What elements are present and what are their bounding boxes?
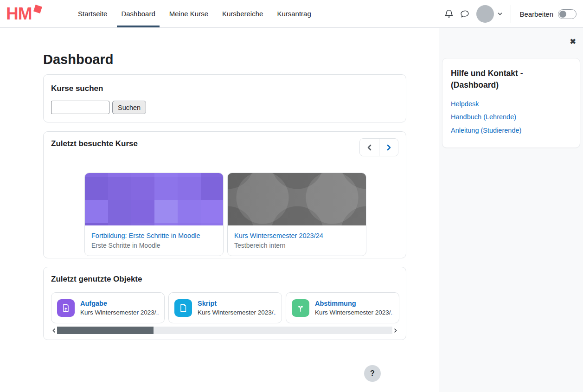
- recent-item-abstimmung[interactable]: Abstimmung Kurs Wintersemester 2023/...: [286, 292, 399, 323]
- recent-courses-header: Zuletzt besuchte Kurse: [51, 139, 398, 156]
- hm-logo-text: HM: [6, 3, 32, 25]
- messages-icon[interactable]: [457, 6, 473, 22]
- course-card-list: Fortbildung: Erste Schritte in Moodle Er…: [84, 173, 398, 256]
- item-course-name: Kurs Wintersemester 2023/...: [80, 309, 159, 316]
- scroll-right-icon[interactable]: [392, 327, 398, 334]
- course-name-link[interactable]: Fortbildung: Erste Schritte in Moodle: [91, 231, 217, 240]
- item-name-link[interactable]: Aufgabe: [80, 299, 159, 308]
- recent-item-text: Abstimmung Kurs Wintersemester 2023/...: [315, 299, 393, 317]
- item-name-link[interactable]: Skript: [198, 299, 276, 308]
- course-image-purple-grid[interactable]: [85, 173, 223, 225]
- help-contact-block: Hilfe und Kontakt - (Dashboard) Helpdesk…: [442, 58, 580, 148]
- item-course-name: Kurs Wintersemester 2023/...: [198, 309, 276, 316]
- nav-meine-kurse[interactable]: Meine Kurse: [163, 0, 214, 27]
- course-image-gray-circles[interactable]: [228, 173, 366, 225]
- course-search-button[interactable]: Suchen: [112, 101, 146, 114]
- nav-startseite[interactable]: Startseite: [72, 0, 113, 27]
- course-search-row: Suchen: [51, 101, 398, 114]
- assignment-icon: [57, 299, 75, 317]
- page-title: Dashboard: [43, 52, 113, 67]
- course-search-input[interactable]: [51, 101, 109, 114]
- main-content: Dashboard Kurse suchen Suchen Zuletzt be…: [0, 28, 439, 392]
- recent-item-skript[interactable]: Skript Kurs Wintersemester 2023/...: [168, 292, 282, 323]
- recently-used-items-card: Zuletzt genutzte Objekte Aufgabe Kurs Wi…: [43, 267, 406, 340]
- carousel-nav: [359, 138, 398, 156]
- nav-kursantrag[interactable]: Kursantrag: [271, 0, 317, 27]
- carousel-next-button[interactable]: [379, 139, 398, 156]
- user-menu-chevron-down-icon[interactable]: [497, 11, 503, 17]
- primary-nav: Startseite Dashboard Meine Kurse Kursber…: [72, 0, 317, 27]
- recent-item-text: Aufgabe Kurs Wintersemester 2023/...: [80, 299, 159, 317]
- choice-icon: [292, 299, 309, 317]
- drawer-close-icon[interactable]: ✖: [570, 38, 576, 45]
- help-block-title: Hilfe und Kontakt - (Dashboard): [451, 68, 571, 91]
- item-name-link[interactable]: Abstimmung: [315, 299, 393, 308]
- user-avatar[interactable]: [476, 5, 494, 23]
- top-navbar: HM Startseite Dashboard Meine Kurse Kurs…: [0, 0, 583, 28]
- recent-item-text: Skript Kurs Wintersemester 2023/...: [198, 299, 276, 317]
- course-card[interactable]: Fortbildung: Erste Schritte in Moodle Er…: [84, 173, 224, 256]
- item-course-name: Kurs Wintersemester 2023/...: [315, 309, 393, 316]
- scrollbar-track[interactable]: [57, 327, 392, 334]
- course-name-link[interactable]: Kurs Wintersemester 2023/24: [234, 231, 359, 240]
- edit-mode-label: Bearbeiten: [519, 10, 553, 18]
- recent-courses-title: Zuletzt besuchte Kurse: [51, 139, 138, 148]
- document-icon: [174, 299, 192, 317]
- recently-accessed-courses-card: Zuletzt besuchte Kurse Fortbil: [43, 131, 406, 258]
- course-search-card: Kurse suchen Suchen: [43, 74, 406, 122]
- help-floating-button[interactable]: ?: [364, 365, 381, 382]
- course-card-body: Kurs Wintersemester 2023/24 Testbereich …: [228, 225, 366, 256]
- course-search-title: Kurse suchen: [51, 84, 398, 93]
- toggle-knob: [559, 11, 566, 18]
- course-category: Erste Schritte in Moodle: [91, 242, 217, 249]
- course-card[interactable]: Kurs Wintersemester 2023/24 Testbereich …: [227, 173, 366, 256]
- header-actions: Bearbeiten: [441, 0, 577, 28]
- scroll-left-icon[interactable]: [51, 327, 57, 334]
- hm-logo[interactable]: HM: [6, 3, 57, 25]
- hm-logo-diamond-icon: [33, 5, 42, 13]
- scrollbar-thumb[interactable]: [57, 327, 154, 334]
- nav-kursbereiche[interactable]: Kursbereiche: [216, 0, 269, 27]
- header-divider: [511, 5, 511, 23]
- helpdesk-link[interactable]: Helpdesk: [451, 99, 571, 109]
- course-category: Testbereich intern: [234, 242, 359, 249]
- help-drawer: ✖ Hilfe und Kontakt - (Dashboard) Helpde…: [439, 28, 583, 392]
- notification-bell-icon[interactable]: [441, 6, 457, 22]
- recent-items-title: Zuletzt genutzte Objekte: [51, 275, 398, 284]
- nav-dashboard[interactable]: Dashboard: [115, 0, 161, 27]
- anleitung-link[interactable]: Anleitung (Studierende): [451, 125, 571, 135]
- items-scrollbar: [51, 327, 398, 334]
- carousel-prev-button[interactable]: [360, 139, 379, 156]
- course-card-body: Fortbildung: Erste Schritte in Moodle Er…: [85, 225, 223, 256]
- recent-items-list: Aufgabe Kurs Wintersemester 2023/... Skr…: [51, 292, 398, 323]
- handbuch-link[interactable]: Handbuch (Lehrende): [451, 112, 571, 122]
- help-links: Helpdesk Handbuch (Lehrende) Anleitung (…: [451, 99, 571, 135]
- recent-item-aufgabe[interactable]: Aufgabe Kurs Wintersemester 2023/...: [51, 292, 165, 323]
- edit-mode-toggle[interactable]: [558, 9, 577, 19]
